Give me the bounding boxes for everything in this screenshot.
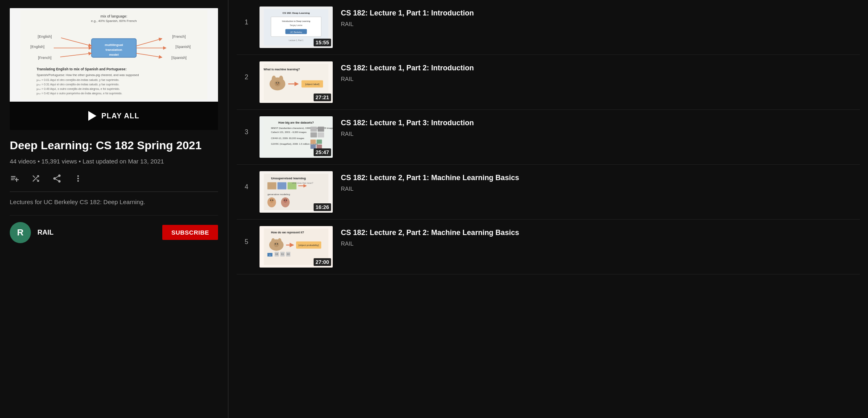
svg-text:0.0: 0.0	[287, 253, 290, 255]
channel-avatar[interactable]: R	[10, 222, 31, 243]
svg-point-39	[276, 82, 277, 83]
svg-point-74	[286, 200, 287, 201]
svg-text:Lecture 1, Part 1: Lecture 1, Part 1	[289, 39, 303, 41]
video-thumbnail: Unsupervised learning what does that mea…	[260, 171, 333, 213]
svg-text:what does that mean?: what does that mean?	[292, 182, 313, 184]
video-number: 4	[242, 171, 251, 191]
svg-text:μₛₚ = 0.42   Aquí o outro pomp: μₛₚ = 0.42 Aquí o outro pomprinho-de-Índ…	[37, 91, 122, 95]
video-channel: RAIL	[341, 240, 855, 247]
svg-point-36	[272, 76, 276, 82]
svg-text:μₛₚ = 0.49   Aquí, o outro con: μₛₚ = 0.49 Aquí, o outro conejillo-de-In…	[37, 87, 120, 91]
svg-text:[Spanish]: [Spanish]	[171, 56, 187, 60]
video-number: 5	[242, 226, 251, 246]
play-all-bar[interactable]: PLAY ALL	[10, 102, 218, 130]
share-icon[interactable]	[52, 174, 62, 183]
svg-rect-52	[318, 133, 324, 137]
video-title: CS 182: Lecture 2, Part 1: Machine Learn…	[341, 173, 855, 183]
svg-text:[object probability]: [object probability]	[299, 244, 319, 246]
svg-text:translation: translation	[106, 48, 122, 52]
video-info: CS 182: Lecture 1, Part 2: Introduction …	[341, 61, 855, 82]
svg-text:[Spanish]: [Spanish]	[175, 45, 191, 49]
svg-text:μₛₚ = 0.01   Aquí el otro cone: μₛₚ = 0.01 Aquí el otro conejillo-de-Ind…	[37, 78, 119, 82]
svg-text:model: model	[109, 53, 119, 57]
playlist-title: Deep Learning: CS 182 Spring 2021	[10, 138, 218, 153]
more-options-icon[interactable]	[73, 174, 83, 183]
playlist-description: Lectures for UC Berkeley CS 182: Deep Le…	[10, 192, 218, 205]
video-info: CS 182: Lecture 1, Part 1: Introduction …	[341, 7, 855, 27]
action-bar	[10, 174, 218, 183]
video-thumbnail: How big are the datasets? MNIST (handwri…	[260, 116, 333, 158]
play-icon	[88, 111, 96, 121]
right-panel: 1 CS 182: Deep Learning Introduction to …	[229, 0, 868, 418]
svg-text:Translating English to mix of : Translating English to mix of Spanish an…	[37, 67, 126, 71]
svg-rect-61	[267, 182, 276, 189]
svg-point-70	[272, 200, 273, 201]
shuffle-icon[interactable]	[31, 174, 41, 183]
svg-text:[French]: [French]	[172, 35, 185, 39]
svg-text:CIFAR-10, 2009: 60,000 images: CIFAR-10, 2009: 60,000 images	[271, 137, 304, 139]
playlist-thumbnail: mix of language: e.g., 40% Spanish, 60% …	[10, 8, 218, 130]
svg-text:μₛₚ = 0.31   Aquí el otro cone: μₛₚ = 0.31 Aquí el otro conejillo-de-Ind…	[37, 83, 119, 86]
svg-point-82	[277, 244, 278, 245]
list-item[interactable]: 3 How big are the datasets? MNIST (handw…	[237, 110, 860, 165]
left-panel: mix of language: e.g., 40% Spanish, 60% …	[0, 0, 228, 418]
svg-rect-50	[318, 126, 324, 131]
svg-point-38	[275, 81, 280, 86]
video-channel: RAIL	[341, 76, 855, 82]
svg-text:s: s	[269, 254, 270, 256]
video-duration: 25:47	[314, 148, 331, 156]
svg-rect-55	[310, 139, 316, 144]
svg-point-78	[271, 238, 275, 243]
svg-point-81	[275, 244, 276, 245]
video-channel: RAIL	[341, 21, 855, 27]
svg-text:Introduction to Deep Learning: Introduction to Deep Learning	[282, 20, 310, 22]
svg-point-41	[276, 84, 278, 85]
list-item[interactable]: 4 Unsupervised learning what does that m…	[237, 165, 860, 220]
svg-point-73	[284, 200, 285, 201]
svg-text:Unsupervised learning: Unsupervised learning	[271, 176, 306, 180]
svg-rect-62	[277, 182, 286, 189]
svg-rect-56	[316, 139, 322, 144]
svg-text:[English]: [English]	[31, 45, 45, 49]
video-duration: 27:21	[314, 94, 331, 101]
svg-text:[English]: [English]	[38, 35, 52, 39]
svg-text:0.8: 0.8	[275, 253, 278, 255]
svg-text:multilingual: multilingual	[105, 43, 123, 47]
svg-text:CS 182: Deep Learning: CS 182: Deep Learning	[282, 11, 310, 14]
play-all-label: PLAY ALL	[101, 112, 139, 120]
video-thumbnail: What is machine learning? [object label]	[260, 61, 333, 103]
svg-text:mix of language:: mix of language:	[100, 14, 127, 18]
svg-rect-51	[310, 133, 317, 137]
list-item[interactable]: 2 What is machine learning?	[237, 55, 860, 110]
svg-text:How do we represent it?: How do we represent it?	[271, 231, 304, 234]
channel-row: R RAIL SUBSCRIBE	[10, 215, 218, 243]
channel-name[interactable]: RAIL	[37, 229, 156, 237]
svg-text:How big are the datasets?: How big are the datasets?	[278, 121, 314, 124]
video-thumbnail: How do we represent it? [object probabil…	[260, 226, 333, 268]
video-title: CS 182: Lecture 2, Part 2: Machine Learn…	[341, 228, 855, 238]
svg-point-37	[279, 76, 284, 82]
svg-text:0.1: 0.1	[281, 253, 284, 255]
svg-rect-49	[310, 126, 317, 131]
svg-text:e.g., 40% Spanish, 60% French: e.g., 40% Spanish, 60% French	[91, 19, 137, 23]
subscribe-button[interactable]: SUBSCRIBE	[162, 225, 218, 240]
playlist-meta: 44 videos • 15,391 views • Last updated …	[10, 157, 218, 166]
list-item[interactable]: 1 CS 182: Deep Learning Introduction to …	[237, 0, 860, 55]
add-to-queue-icon[interactable]	[10, 174, 20, 183]
svg-text:Spanish/Portuguese: How the ot: Spanish/Portuguese: How the other guinea…	[37, 73, 139, 77]
video-number: 1	[242, 7, 251, 26]
video-channel: RAIL	[341, 185, 855, 192]
svg-point-40	[278, 82, 279, 83]
video-title: CS 182: Lecture 1, Part 2: Introduction	[341, 63, 855, 73]
video-duration: 16:26	[314, 203, 331, 211]
video-number: 2	[242, 61, 251, 81]
svg-text:Caltech 101, 2003: ~9,000 imag: Caltech 101, 2003: ~9,000 images	[271, 131, 306, 133]
svg-text:Sergey Levine: Sergey Levine	[290, 24, 303, 26]
list-item[interactable]: 5 How do we represent it? [	[237, 220, 860, 274]
svg-point-79	[278, 238, 281, 243]
video-title: CS 182: Lecture 1, Part 1: Introduction	[341, 8, 855, 18]
svg-point-80	[274, 242, 279, 247]
svg-text:[object label]: [object label]	[305, 83, 319, 85]
svg-text:generative modeling: generative modeling	[267, 193, 290, 196]
svg-text:UC Berkeley: UC Berkeley	[290, 31, 302, 33]
